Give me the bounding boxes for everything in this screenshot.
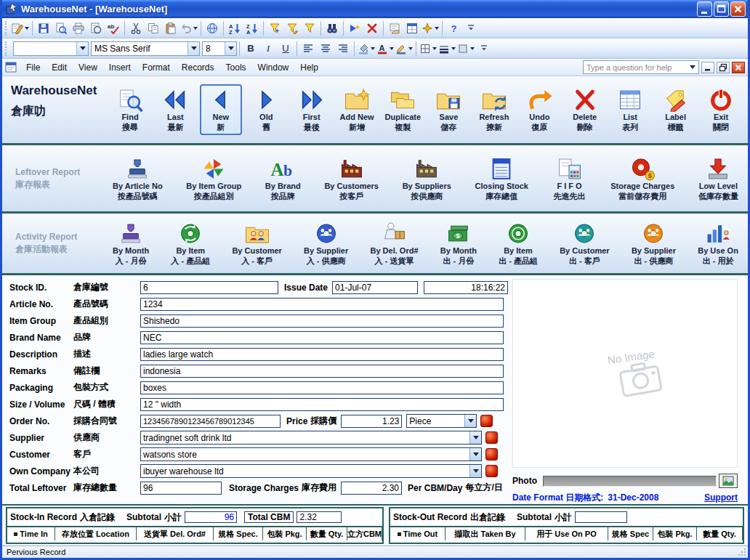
fill-color-icon[interactable]: [357, 40, 376, 57]
brand-name-input[interactable]: NEC: [140, 331, 504, 344]
chevron-down-icon[interactable]: [469, 448, 481, 460]
file-search-icon[interactable]: [52, 20, 70, 36]
apply-filter-icon[interactable]: [301, 20, 318, 36]
leftover-report-button-by-article-no-[interactable]: By Article No按產品號碼: [109, 153, 166, 204]
nav-button-find-[interactable]: Find搜尋: [109, 84, 151, 135]
nav-button-last-[interactable]: Last最新: [154, 84, 196, 135]
menu-format[interactable]: Format: [137, 60, 176, 75]
red-edit-list-icon[interactable]: [485, 465, 498, 477]
copy-icon[interactable]: [145, 20, 162, 36]
toolbar-options-chevron-icon[interactable]: [475, 40, 493, 57]
activity-report-button-by-item-[interactable]: By Item出 - 產品組: [495, 218, 541, 269]
view-design-icon[interactable]: [11, 20, 30, 36]
menu-insert[interactable]: Insert: [103, 60, 137, 75]
nav-button-label-[interactable]: Label標籤: [655, 84, 697, 135]
chevron-down-icon[interactable]: [225, 42, 236, 55]
mdi-restore-button[interactable]: [717, 62, 730, 73]
resize-grip-icon[interactable]: [738, 548, 747, 557]
object-select[interactable]: [13, 41, 89, 56]
price-input[interactable]: 1.23: [341, 415, 402, 428]
menu-tools[interactable]: Tools: [220, 60, 252, 75]
issue-date-input[interactable]: 01-Jul-07: [332, 281, 418, 294]
line-color-icon[interactable]: [395, 40, 414, 57]
activity-report-button-by-month-[interactable]: $By Month出 - 月份: [437, 218, 480, 269]
item-group-input[interactable]: Shishedo: [140, 315, 504, 328]
leftover-report-button-by-suppliers-[interactable]: By Suppliers按供應商: [399, 153, 455, 204]
activity-report-button-by-item-[interactable]: By Item入 - 產品組: [167, 218, 214, 269]
activity-report-button-by-customer-[interactable]: By Customer出 - 客戶: [556, 218, 613, 269]
article-no-input[interactable]: 1234: [140, 298, 504, 311]
app-icon[interactable]: [6, 3, 18, 15]
activity-report-button-by-supplier-[interactable]: By Supplier入 - 供應商: [300, 218, 352, 269]
chevron-down-icon[interactable]: [193, 27, 198, 30]
undo-icon[interactable]: [180, 20, 198, 36]
chevron-down-icon[interactable]: [408, 47, 413, 50]
leftover-report-button-by-brand-[interactable]: AbBy Brand按品牌: [262, 153, 305, 204]
description-input[interactable]: ladies large watch: [140, 348, 504, 361]
total-leftover-input[interactable]: 96: [140, 482, 222, 495]
chevron-down-icon[interactable]: [469, 465, 481, 477]
nav-button-save-[interactable]: Save儲存: [427, 84, 469, 135]
chevron-down-icon[interactable]: [464, 415, 476, 427]
toolbar-options-chevron-icon[interactable]: [462, 20, 480, 36]
menu-edit[interactable]: Edit: [46, 60, 73, 75]
activity-report-button-by-del-ord-[interactable]: By Del. Ord#入 - 送貨單: [366, 218, 422, 269]
own-company-select[interactable]: ibuyer warehouse ltd: [140, 464, 482, 478]
nav-button-undo-[interactable]: Undo復原: [518, 84, 560, 135]
red-edit-list-icon[interactable]: [480, 415, 493, 427]
chevron-down-icon[interactable]: [76, 42, 88, 55]
underline-icon[interactable]: U: [277, 40, 294, 57]
new-record-icon[interactable]: [346, 20, 363, 36]
chevron-down-icon[interactable]: [432, 47, 437, 50]
maximize-button[interactable]: [714, 1, 729, 17]
font-color-icon[interactable]: A: [376, 40, 395, 57]
nav-button-refresh-[interactable]: Refresh撩新: [473, 84, 515, 135]
insert-hyperlink-icon[interactable]: [203, 20, 221, 36]
leftover-report-button-by-customers-[interactable]: By Customers按客戶: [320, 153, 382, 204]
font-size-select[interactable]: 8: [202, 41, 237, 56]
photo-path-field[interactable]: [543, 476, 717, 487]
chevron-down-icon[interactable]: [470, 47, 475, 50]
menu-records[interactable]: Records: [176, 60, 220, 75]
chevron-down-icon[interactable]: [469, 431, 481, 444]
menu-view[interactable]: View: [73, 60, 103, 75]
nav-button-list-[interactable]: List表列: [609, 84, 651, 135]
sort-descending-icon[interactable]: ZA: [243, 20, 261, 36]
browse-photo-button[interactable]: [719, 474, 738, 488]
minimize-button[interactable]: [697, 1, 712, 17]
supplier-select[interactable]: tradingnet soft drink ltd: [140, 431, 482, 445]
mdi-minimize-button[interactable]: [701, 62, 714, 73]
toolbar-grip[interactable]: [5, 21, 8, 36]
price-unit-select[interactable]: Piece: [406, 414, 477, 428]
filter-by-form-icon[interactable]: [283, 20, 301, 36]
chevron-down-icon[interactable]: [371, 47, 375, 50]
menu-file[interactable]: File: [20, 60, 46, 75]
size-volume-input[interactable]: 12 " width: [140, 398, 504, 411]
save-icon[interactable]: [35, 20, 52, 36]
form-system-icon[interactable]: [5, 62, 17, 73]
leftover-report-button-closing-stock-[interactable]: Closing Stock庫存總值: [472, 153, 532, 204]
issue-time-input[interactable]: 18:16:22: [424, 281, 508, 294]
stock-id-input[interactable]: 6: [140, 281, 278, 294]
properties-icon[interactable]: [386, 20, 403, 36]
chevron-down-icon[interactable]: [451, 47, 456, 50]
sort-ascending-icon[interactable]: AZ: [226, 20, 243, 36]
filter-by-selection-icon[interactable]: [266, 20, 283, 36]
red-edit-list-icon[interactable]: [485, 448, 498, 460]
border-style-icon[interactable]: [419, 40, 438, 57]
order-no-input[interactable]: 1234567890123456789012345: [140, 415, 281, 428]
packaging-input[interactable]: boxes: [140, 381, 504, 394]
customer-select[interactable]: watsons store: [140, 447, 482, 461]
align-right-icon[interactable]: [334, 40, 352, 57]
nav-button-add-new-[interactable]: Add New新增: [336, 84, 378, 135]
line-width-icon[interactable]: [438, 40, 456, 57]
leftover-report-button-by-item-group-[interactable]: By Item Group按產品組別: [182, 153, 245, 204]
menu-window[interactable]: Window: [252, 60, 295, 75]
database-window-icon[interactable]: [403, 20, 421, 36]
find-icon[interactable]: [323, 20, 341, 36]
activity-report-button-by-customer-[interactable]: By Customer入 - 客戶: [228, 218, 285, 269]
print-preview-icon[interactable]: [87, 20, 105, 36]
help-icon[interactable]: ?: [445, 20, 462, 36]
activity-report-button-by-use-on-[interactable]: By Use On出 - 用於: [694, 218, 742, 269]
chevron-down-icon[interactable]: [188, 42, 199, 55]
